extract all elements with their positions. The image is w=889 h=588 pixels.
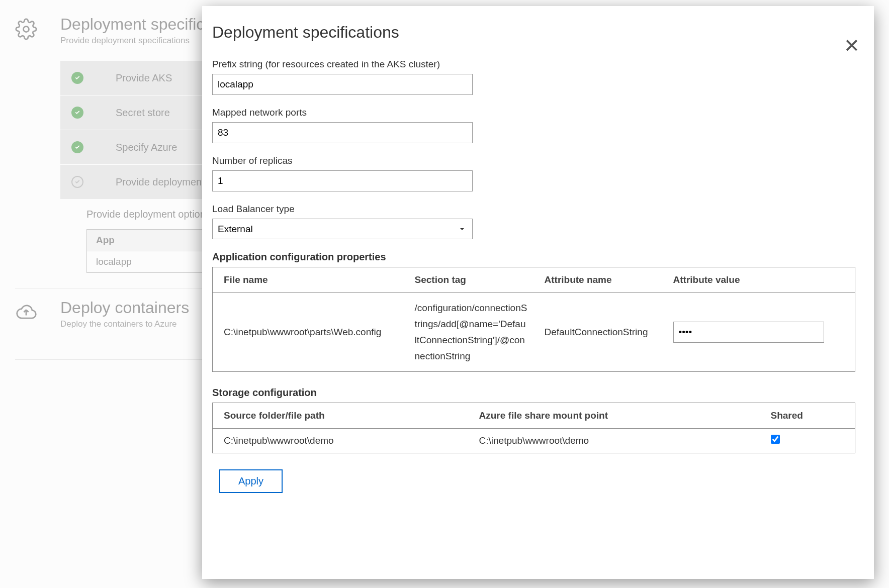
col-file-name: File name (213, 267, 404, 293)
cell-section-tag: /configuration/connectionStrings/add[@na… (404, 293, 534, 372)
load-balancer-label: Load Balancer type (212, 204, 864, 215)
app-config-table: File name Section tag Attribute name Att… (212, 267, 855, 372)
load-balancer-select[interactable]: External (212, 219, 473, 239)
replicas-label: Number of replicas (212, 155, 864, 166)
cell-attr-name: DefaultConnectionString (534, 293, 662, 372)
cell-mount-point: C:\inetpub\wwwroot\demo (468, 429, 760, 453)
svg-point-0 (24, 27, 29, 32)
apply-button[interactable]: Apply (219, 469, 283, 493)
modal-title: Deployment specifications (212, 23, 864, 42)
deployment-spec-modal: ✕ Deployment specifications Prefix strin… (202, 6, 874, 579)
cell-source-path: C:\inetpub\wwwroot\demo (213, 429, 468, 453)
step-label: Secret store (116, 107, 170, 119)
col-mount-point: Azure file share mount point (468, 403, 760, 429)
step-label: Specify Azure (116, 142, 177, 153)
check-icon (71, 72, 83, 84)
col-attr-value: Attribute value (662, 267, 855, 293)
col-section-tag: Section tag (404, 267, 534, 293)
table-row: C:\inetpub\wwwroot\demo C:\inetpub\wwwro… (213, 429, 855, 453)
cell-attr-value (662, 293, 855, 372)
prefix-label: Prefix string (for resources created in … (212, 59, 864, 70)
storage-heading: Storage configuration (212, 387, 864, 399)
col-shared: Shared (760, 403, 855, 429)
step-label: Provide AKS (116, 72, 172, 84)
shared-checkbox[interactable] (771, 435, 780, 444)
check-icon (71, 107, 83, 119)
prefix-input[interactable] (212, 74, 473, 95)
step-label: Provide deployment (116, 176, 205, 188)
cloud-upload-icon (15, 299, 60, 344)
col-attr-name: Attribute name (534, 267, 662, 293)
table-row: C:\inetpub\wwwroot\parts\Web.config /con… (213, 293, 855, 372)
cell-file-name: C:\inetpub\wwwroot\parts\Web.config (213, 293, 404, 372)
check-icon (71, 141, 83, 153)
close-icon[interactable]: ✕ (844, 36, 860, 55)
col-source-path: Source folder/file path (213, 403, 468, 429)
app-config-heading: Application configuration properties (212, 251, 864, 263)
cell-shared (760, 429, 855, 453)
storage-config-table: Source folder/file path Azure file share… (212, 403, 855, 453)
attr-value-input[interactable] (673, 322, 824, 343)
ports-input[interactable] (212, 122, 473, 143)
gear-icon (15, 15, 60, 273)
ports-label: Mapped network ports (212, 107, 864, 118)
replicas-input[interactable] (212, 170, 473, 191)
check-pending-icon (71, 176, 83, 188)
